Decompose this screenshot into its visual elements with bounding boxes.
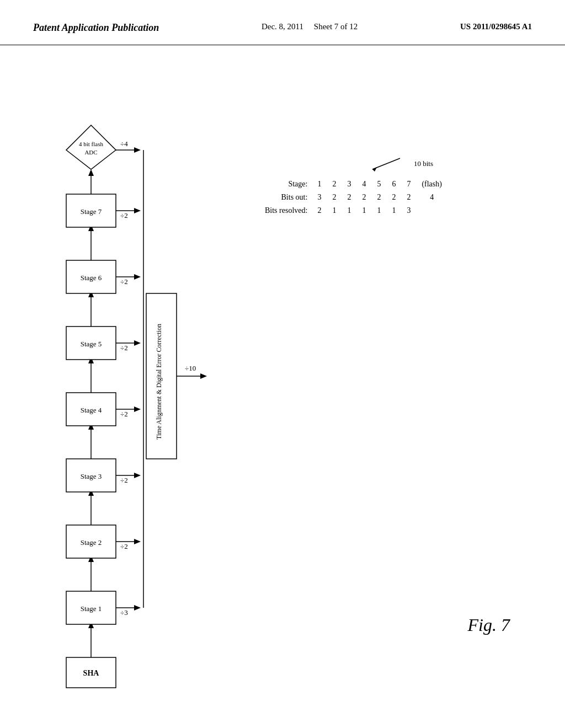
stage4-label: Stage 4 (81, 406, 102, 414)
main-content: SHA Stage 1 ÷3 Stage 2 ÷2 (0, 45, 565, 713)
bits-out-row: Bits out: 3 2 2 2 2 2 2 4 (265, 191, 447, 204)
svg-marker-37 (88, 169, 94, 176)
publication-date: Dec. 8, 2011 (262, 22, 303, 31)
svg-marker-5 (134, 605, 141, 611)
patent-number: US 2011/0298645 A1 (460, 22, 532, 31)
stage-table: Stage: 1 2 3 4 5 6 7 (flash) Bits out: 3… (265, 178, 447, 217)
pipeline-svg: SHA Stage 1 ÷3 Stage 2 ÷2 (39, 73, 248, 713)
stage1-div: ÷3 (120, 608, 128, 617)
bitsres-col-6: 1 (386, 204, 401, 217)
stage3-label: Stage 3 (81, 472, 102, 480)
stage-col-3: 3 (342, 178, 356, 191)
bitsout-col-3: 2 (342, 191, 356, 204)
adc-label1: 4 bit flash (79, 141, 103, 147)
stage2-label: Stage 2 (81, 538, 102, 547)
table-area: Stage: 1 2 3 4 5 6 7 (flash) Bits out: 3… (265, 67, 532, 690)
bits-resolved-row: Bits resolved: 2 1 1 1 1 1 3 (265, 204, 447, 217)
pipeline-diagram: SHA Stage 1 ÷3 Stage 2 ÷2 (33, 67, 265, 690)
bitsout-col-1: 3 (312, 191, 327, 204)
correction-label: Time Alignment & Digital Error Correctio… (155, 324, 163, 440)
bitsout-col-4: 2 (356, 191, 371, 204)
stage-col-flash: (flash) (416, 178, 447, 191)
stage6-div: ÷2 (120, 277, 128, 286)
bits-resolved-row-label: Bits resolved: (265, 204, 312, 217)
svg-marker-44 (200, 373, 207, 379)
output-label: ÷10 (185, 364, 196, 372)
publication-title: Patent Application Publication (33, 22, 159, 34)
bitsres-col-2: 1 (327, 204, 342, 217)
stage-col-6: 6 (386, 178, 401, 191)
header-center: Dec. 8, 2011 Sheet 7 of 12 (262, 22, 358, 31)
bits-arrow-svg (367, 153, 411, 175)
bitsout-col-7: 2 (401, 191, 416, 204)
sha-label: SHA (83, 669, 100, 677)
bits-out-row-label: Bits out: (265, 191, 312, 204)
svg-marker-15 (134, 473, 141, 478)
svg-marker-30 (134, 274, 141, 280)
stage-col-2: 2 (327, 178, 342, 191)
bits-annotation: 10 bits (367, 153, 433, 175)
stage3-div: ÷2 (120, 476, 128, 484)
bitsres-col-4: 1 (356, 204, 371, 217)
svg-marker-40 (134, 147, 141, 153)
bitsout-col-2: 2 (327, 191, 342, 204)
sheet-info: Sheet 7 of 12 (314, 22, 358, 31)
bitsout-col-6: 2 (386, 191, 401, 204)
bitsres-col-1: 2 (312, 204, 327, 217)
svg-marker-46 (372, 167, 377, 172)
stage2-div: ÷2 (120, 542, 128, 550)
stage7-label: Stage 7 (81, 207, 102, 216)
svg-marker-38 (66, 125, 116, 169)
stage7-div: ÷2 (120, 211, 128, 220)
svg-marker-25 (134, 340, 141, 346)
bits-annotation-label: 10 bits (414, 159, 433, 168)
adc-label2: ADC (84, 149, 97, 156)
adc-div: ÷4 (120, 140, 128, 148)
stage-col-1: 1 (312, 178, 327, 191)
bitsres-col-flash (416, 204, 447, 217)
stage-row-label: Stage: (265, 178, 312, 191)
stage-col-4: 4 (356, 178, 371, 191)
bitsres-col-5: 1 (371, 204, 386, 217)
page-header: Patent Application Publication Dec. 8, 2… (0, 0, 565, 45)
bitsout-col-flash: 4 (416, 191, 447, 204)
bitsres-col-3: 1 (342, 204, 356, 217)
stage-col-7: 7 (401, 178, 416, 191)
stage4-div: ÷2 (120, 410, 128, 418)
stage1-label: Stage 1 (81, 604, 102, 613)
stage5-div: ÷2 (120, 344, 128, 352)
stage-row: Stage: 1 2 3 4 5 6 7 (flash) (265, 178, 447, 191)
fig-label: Fig. 7 (468, 615, 510, 635)
bitsres-col-7: 3 (401, 204, 416, 217)
stage6-label: Stage 6 (81, 274, 102, 282)
svg-marker-20 (134, 406, 141, 412)
bitsout-col-5: 2 (371, 191, 386, 204)
svg-marker-35 (134, 208, 141, 213)
stage-col-5: 5 (371, 178, 386, 191)
svg-marker-10 (134, 539, 141, 544)
stage5-label: Stage 5 (81, 340, 102, 348)
